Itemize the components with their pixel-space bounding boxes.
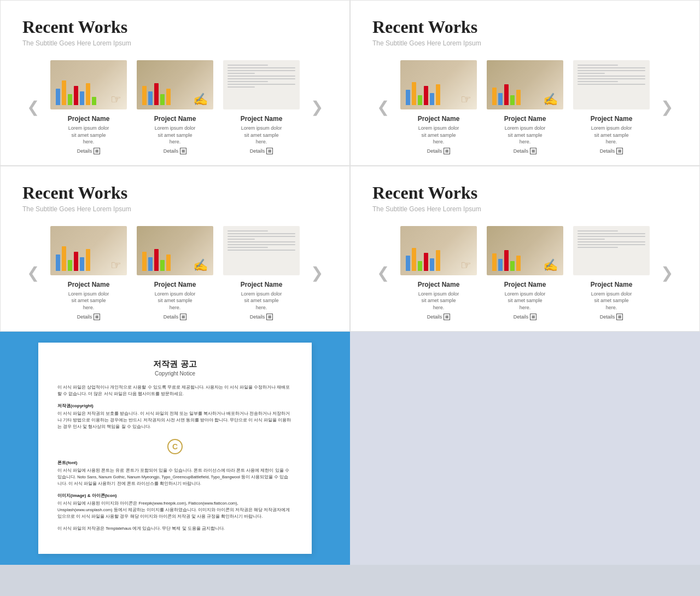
copyright-panel: 저작권 공고 Copyright Notice 이 서식 파일은 상업적이나 개… — [0, 332, 350, 565]
doc-line — [228, 244, 295, 245]
bar — [492, 253, 497, 271]
project-2-details[interactable]: Details ▦ — [514, 314, 537, 320]
details-icon: ▦ — [616, 314, 623, 320]
project-2-desc: Lorem ipsum dolor sit amet sample here. — [505, 125, 546, 146]
carousel-1-prev[interactable]: ❮ — [22, 98, 44, 116]
hand-icon: ✍ — [543, 92, 558, 107]
doc-line — [228, 241, 295, 242]
doc-line — [228, 65, 268, 66]
bar — [418, 261, 422, 271]
carousel-1-items: ☞ Project Name Lorem ipsum dolor sit ame… — [44, 60, 306, 154]
bar — [516, 256, 521, 271]
section-2-title: 폰트(font) — [57, 460, 293, 466]
carousel-3-items: ☞ Project Name Lorem ipsum dolor sit ame… — [44, 226, 306, 320]
project-3-desc: Lorem ipsum dolor sit amet sample here. — [241, 125, 282, 146]
doc-line — [578, 78, 645, 79]
hand-icon: ✍ — [193, 258, 208, 273]
carousel-2-prev[interactable]: ❮ — [372, 98, 394, 116]
bar — [80, 91, 84, 105]
copyright-section-1: 저작권(copyright) 이 서식 파일은 저작권의 보호를 받습니다. 이… — [57, 403, 293, 430]
project-3-details[interactable]: Details ▦ — [600, 148, 623, 154]
project-2-details[interactable]: Details ▦ — [514, 148, 537, 154]
project-1-details[interactable]: Details ▦ — [427, 148, 451, 154]
project-2-details[interactable]: Details ▦ — [164, 314, 187, 320]
carousel-3-prev[interactable]: ❮ — [22, 264, 44, 282]
bar — [56, 254, 60, 271]
bar — [154, 83, 159, 105]
carousel-2-next[interactable]: ❯ — [656, 98, 678, 116]
carousel-1-next[interactable]: ❯ — [306, 98, 328, 116]
carousel-2-items: ☞ Project Name Lorem ipsum dolor sit ame… — [394, 60, 656, 154]
carousel-2: ❮ ☞ Project Name — [372, 60, 678, 154]
bar — [418, 95, 422, 105]
bar — [68, 94, 72, 105]
project-3-details[interactable]: Details ▦ — [250, 148, 273, 154]
project-2-desc: Lorem ipsum dolor sit amet sample here. — [155, 291, 196, 311]
project-1-name: Project Name — [418, 115, 460, 123]
project-1-name: Project Name — [68, 281, 110, 288]
bar — [510, 95, 515, 105]
bar — [74, 86, 78, 105]
details-icon: ▦ — [616, 148, 623, 154]
project-2-name: Project Name — [504, 281, 546, 288]
doc-line — [578, 233, 645, 234]
bar — [142, 86, 147, 105]
panel-1-title: Recent Works — [22, 17, 328, 37]
panel-2-subtitle: The Subtitle Goes Here Lorem Ipsum — [372, 39, 678, 47]
bar — [504, 84, 509, 105]
project-1-details[interactable]: Details ▦ — [427, 314, 451, 320]
copyright-title-en: Copyright Notice — [57, 371, 293, 377]
project-image-doc — [223, 60, 300, 109]
bar — [160, 260, 165, 271]
project-1-details[interactable]: Details ▦ — [77, 148, 101, 154]
copyright-c-symbol: C — [167, 439, 183, 454]
chart-bars — [142, 78, 171, 105]
project-1-desc: Lorem ipsum dolor sit amet sample here. — [68, 125, 109, 146]
project-2-name: Project Name — [154, 281, 196, 288]
project-card: ☞ Project Name Lorem ipsum dolor sit ame… — [50, 60, 127, 154]
project-1-details[interactable]: Details ▦ — [77, 314, 101, 320]
project-1-desc: Lorem ipsum dolor sit amet sample here. — [68, 291, 109, 311]
doc-line — [228, 76, 295, 77]
chart-bars — [56, 78, 96, 105]
project-3-name: Project Name — [241, 115, 283, 123]
project-3-desc: Lorem ipsum dolor sit amet sample here. — [241, 291, 282, 311]
bar — [424, 86, 428, 105]
main-grid: Recent Works The Subtitle Goes Here Lore… — [0, 0, 700, 565]
doc-line — [228, 230, 268, 232]
details-icon: ▦ — [266, 148, 273, 154]
bar — [492, 88, 497, 105]
doc-line — [228, 84, 295, 85]
bar — [148, 91, 153, 105]
project-3-details[interactable]: Details ▦ — [600, 314, 623, 320]
details-icon: ▦ — [266, 314, 273, 320]
doc-lines — [578, 65, 645, 105]
project-card: Project Name Lorem ipsum dolor sit amet … — [223, 60, 300, 154]
section-3-title: 이미지(image) & 아이콘(icon) — [57, 493, 293, 499]
bar — [516, 90, 521, 105]
project-card: ✍ Project Name Lorem ipsum dolor sit ame… — [137, 226, 213, 320]
project-image-doc — [573, 60, 650, 109]
details-icon: ▦ — [444, 148, 450, 154]
project-2-details[interactable]: Details ▦ — [164, 148, 187, 154]
project-1-desc: Lorem ipsum dolor sit amet sample here. — [418, 291, 459, 311]
project-image-chart: ☞ — [50, 226, 127, 275]
panel-1-subtitle: The Subtitle Goes Here Lorem Ipsum — [22, 39, 328, 47]
carousel-4-prev[interactable]: ❮ — [372, 264, 394, 282]
project-card: ✍ Project Name Lorem ipsum dolor sit ame… — [137, 60, 213, 154]
bar — [142, 252, 147, 271]
chart-bars — [492, 78, 521, 105]
panel-mid-right: Recent Works The Subtitle Goes Here Lore… — [350, 166, 700, 332]
doc-line — [228, 78, 295, 79]
carousel-3-next[interactable]: ❯ — [306, 264, 328, 282]
bar — [166, 89, 171, 105]
carousel-4-next[interactable]: ❯ — [656, 264, 678, 282]
doc-line — [578, 84, 645, 85]
project-1-desc: Lorem ipsum dolor sit amet sample here. — [418, 125, 459, 146]
project-3-details[interactable]: Details ▦ — [250, 314, 273, 320]
panel-4-subtitle: The Subtitle Goes Here Lorem Ipsum — [372, 205, 678, 213]
project-3-name: Project Name — [591, 281, 633, 288]
bar — [62, 80, 66, 105]
doc-lines — [228, 65, 295, 105]
hand-icon: ✍ — [543, 258, 558, 273]
